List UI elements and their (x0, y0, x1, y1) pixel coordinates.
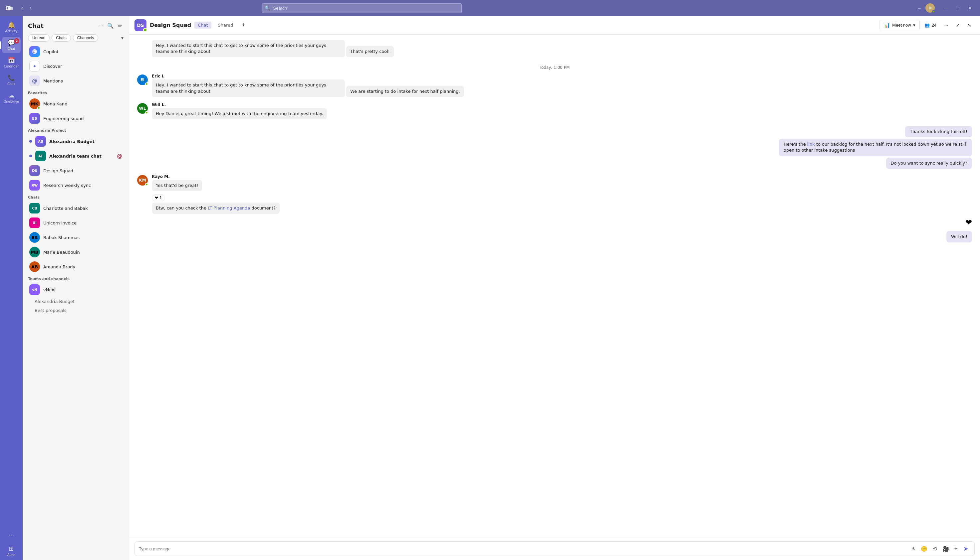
forward-button[interactable]: › (27, 4, 34, 12)
search-input[interactable] (262, 3, 462, 13)
message-avatar: KM (137, 175, 148, 185)
design-squad-avatar: DS (29, 165, 40, 176)
lt-planning-link[interactable]: LT Planning Agenda (208, 205, 250, 210)
sidebar-item-design-squad[interactable]: DS Design Squad (24, 163, 127, 178)
chat-area: DS Design Squad Chat Shared + 📊 Meet now… (129, 16, 980, 560)
tab-chats[interactable]: Chats (52, 34, 70, 42)
sidebar-item-best-proposals[interactable]: Best proposals (24, 306, 127, 315)
tab-channels[interactable]: Channels (73, 34, 99, 42)
sidebar-item-alexandria-team-chat[interactable]: AT Alexandria team chat @ (24, 148, 127, 163)
back-button[interactable]: ‹ (18, 4, 26, 12)
research-weekly-sync-name: Research weekly sync (43, 183, 122, 188)
sidebar-item-marie-beaudouin[interactable]: MB Marie Beaudouin (24, 245, 127, 259)
reaction-button[interactable]: ❤️ 1 (152, 195, 165, 201)
unread-dot (29, 155, 32, 157)
chat-label: Chat (7, 47, 15, 50)
chat-avatar-badge (143, 28, 147, 32)
sidebar-compose-button[interactable]: ✏ (117, 21, 124, 30)
messages-area: Hey, I wanted to start this chat to get … (129, 35, 980, 537)
alexandria-team-chat-avatar: AT (35, 151, 46, 161)
calls-icon: 📞 (8, 75, 15, 81)
filter-chevron[interactable]: ▾ (121, 35, 124, 40)
meet-now-button[interactable]: 📊 Meet now ▾ (879, 20, 920, 30)
chat-name: Design Squad (150, 22, 191, 28)
meet-button[interactable]: 🎥 (941, 545, 950, 553)
message-group: WL Will L. Hey Daniela, great timing! We… (137, 102, 972, 121)
loop-button[interactable]: ⟲ (932, 545, 938, 553)
sidebar-item-amanda-brady[interactable]: AB Amanda Brady (24, 259, 127, 274)
emoji-button[interactable]: 🙂 (920, 545, 929, 553)
format-button[interactable]: 𝐀 (910, 545, 917, 552)
sidebar-item-onedrive[interactable]: ☁ OneDrive (2, 90, 21, 106)
sidebar-item-calendar[interactable]: 📅 Calendar (2, 55, 21, 71)
message-group: EI Eric I. Hey, I wanted to start this c… (137, 74, 972, 98)
apps-label: Apps (7, 553, 16, 557)
message-content: Eric I. Hey, I wanted to start this chat… (152, 74, 972, 98)
chat-header-avatar: DS (134, 19, 147, 31)
message-group: Hey, I wanted to start this chat to get … (152, 40, 972, 58)
sidebar-item-alexandria-budget[interactable]: AB Alexandria Budget (24, 134, 127, 148)
message-bubble: Yes that'd be great! (152, 180, 202, 191)
message-sender: Eric I. (152, 74, 972, 78)
sidebar-item-charlotte-babak[interactable]: CB Charlotte and Babak (24, 201, 127, 215)
participants-count: 24 (932, 23, 937, 28)
close-button[interactable]: ✕ (964, 2, 976, 14)
minimize-button[interactable]: — (940, 2, 952, 14)
sidebar-item-alexandria-budget-channel[interactable]: Alexandria Budget (24, 297, 127, 306)
more-apps-button[interactable]: ··· (4, 527, 18, 542)
teams-logo: T (4, 3, 15, 13)
maximize-button[interactable]: □ (952, 2, 964, 14)
calls-label: Calls (7, 82, 15, 86)
marie-beaudouin-name: Marie Beaudouin (43, 250, 122, 255)
sidebar-header: Chat ··· 🔍 ✏ (23, 16, 129, 33)
sidebar-search-button[interactable]: 🔍 (106, 21, 115, 30)
sidebar-item-activity[interactable]: 🔔 Activity (2, 19, 21, 36)
sidebar-item-babak-shammas[interactable]: BS Babak Shammas (24, 230, 127, 245)
send-button[interactable]: ➤ (962, 544, 970, 553)
tab-chat[interactable]: Chat (194, 22, 211, 28)
svg-rect-2 (9, 7, 13, 11)
sidebar-item-unicorn-invoice[interactable]: UI Unicorn invoice (24, 215, 127, 230)
tab-unread[interactable]: Unread (28, 34, 50, 42)
participants-button[interactable]: 👥 24 (921, 21, 940, 30)
left-rail: 🔔 Activity 💬 2 Chat 📅 Calendar 📞 Calls ☁… (0, 16, 23, 560)
own-bubble: Will do! (947, 231, 972, 242)
copilot-avatar: C (29, 46, 40, 57)
sidebar-item-research-weekly-sync[interactable]: RW Research weekly sync (24, 178, 127, 193)
tab-shared[interactable]: Shared (215, 22, 237, 28)
sidebar-item-copilot[interactable]: C Copilot (24, 44, 127, 59)
sidebar-item-apps[interactable]: ⊞ Apps (2, 543, 21, 559)
chat-more-button[interactable]: ··· (941, 21, 952, 30)
message-bubble: Hey Daniela, great timing! We just met w… (152, 108, 327, 119)
alexandria-budget-avatar: AB (35, 136, 46, 147)
sidebar-content: C Copilot ✦ Discover @ Mentions Favorite… (23, 44, 129, 560)
sidebar-item-engineering-squad[interactable]: ES Engineering squad (24, 111, 127, 126)
sidebar-item-mona-kane[interactable]: MK Mona Kane (24, 97, 127, 111)
sidebar-item-vnext[interactable]: vN vNext (24, 282, 127, 297)
alexandria-team-chat-name: Alexandria team chat (49, 153, 114, 158)
alexandria-budget-name: Alexandria Budget (49, 139, 122, 144)
more-button[interactable]: ··· (915, 4, 924, 12)
sidebar-more-button[interactable]: ··· (97, 22, 105, 30)
engineering-squad-name: Engineering squad (43, 116, 122, 121)
amanda-brady-name: Amanda Brady (43, 264, 122, 269)
sidebar-item-mentions[interactable]: @ Mentions (24, 73, 127, 88)
activity-icon: 🔔 (8, 22, 15, 28)
expand-button[interactable]: ⤡ (964, 21, 975, 30)
backlog-link[interactable]: link (807, 142, 815, 147)
onedrive-icon: ☁ (8, 92, 14, 98)
titlebar-actions: ··· D (915, 3, 935, 13)
message-input-area: 𝐀 🙂 ⟲ 🎥 + ➤ (129, 537, 980, 560)
message-input[interactable] (139, 547, 907, 552)
calendar-label: Calendar (4, 65, 19, 68)
popout-button[interactable]: ⤢ (953, 21, 963, 30)
attach-button[interactable]: + (953, 545, 959, 552)
sidebar-item-discover[interactable]: ✦ Discover (24, 59, 127, 73)
sidebar-item-calls[interactable]: 📞 Calls (2, 72, 21, 88)
add-tab-button[interactable]: + (240, 21, 248, 29)
avatar[interactable]: D (925, 3, 935, 13)
sidebar-item-chat[interactable]: 💬 2 Chat (2, 37, 21, 53)
own-bubble: Here's the link to our backlog for the n… (779, 139, 972, 156)
design-squad-name: Design Squad (43, 168, 122, 173)
marie-beaudouin-avatar: MB (29, 247, 40, 257)
